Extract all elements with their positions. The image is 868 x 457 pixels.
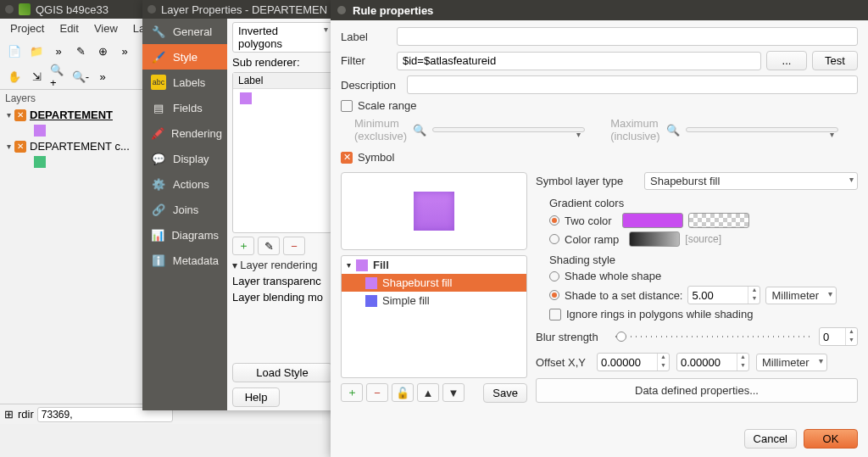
statusbar: ⊞ rdir (0, 404, 144, 424)
close-icon[interactable] (337, 6, 346, 14)
shade-distance-radio[interactable] (549, 290, 559, 300)
tab-label: Joins (173, 203, 198, 216)
remove-layer-button[interactable]: − (366, 383, 388, 402)
layer-visible-checkbox[interactable]: ✕ (14, 109, 26, 121)
ignore-rings-checkbox[interactable] (549, 309, 561, 320)
chevron-down-icon[interactable]: ▾ (347, 260, 351, 270)
add-feature-icon[interactable]: ⊕ (93, 42, 112, 60)
section-label: Layer rendering (240, 259, 317, 271)
description-label: Description (341, 79, 402, 92)
overflow-icon[interactable]: » (49, 42, 68, 60)
symbol-preview (341, 172, 527, 250)
offset-y-input[interactable] (677, 356, 737, 369)
symbol-fill-group[interactable]: ▾ Fill (342, 256, 526, 274)
blur-strength-label: Blur strength (536, 331, 609, 343)
color-ramp-label: Color ramp (565, 233, 619, 246)
offset-y-stepper[interactable]: ▲▼ (676, 353, 749, 371)
filter-expression-button[interactable]: ... (766, 51, 807, 70)
menu-project[interactable]: Project (3, 20, 51, 36)
symbol-layer-type-combo[interactable]: Shapeburst fill (644, 172, 858, 190)
label-input[interactable] (397, 27, 858, 46)
blur-strength-slider[interactable] (615, 332, 812, 341)
fill-label: Fill (373, 259, 389, 271)
scale-range-checkbox[interactable] (341, 100, 353, 112)
tab-display[interactable]: 💬Display (142, 146, 227, 171)
zoom-in-icon[interactable]: 🔍+ (49, 67, 68, 86)
color1-swatch[interactable] (622, 213, 683, 228)
tab-general[interactable]: 🔧General (142, 19, 227, 44)
menu-edit[interactable]: Edit (53, 20, 85, 36)
tab-labels[interactable]: abcLabels (142, 70, 227, 95)
layer-swatch-icon (365, 295, 377, 307)
renderer-combo[interactable]: Inverted polygons (232, 22, 332, 53)
move-down-button[interactable]: ▼ (442, 383, 465, 402)
speech-icon: 💬 (151, 151, 166, 166)
shade-whole-radio[interactable] (549, 271, 559, 281)
color2-swatch[interactable] (688, 213, 749, 228)
close-icon[interactable] (147, 5, 156, 14)
maximum-label: Maximum (inclusive) (610, 117, 660, 142)
tab-rendering[interactable]: 🖍️Rendering (142, 120, 227, 146)
pan-icon[interactable]: ✋ (5, 67, 24, 86)
offset-x-stepper[interactable]: ▲▼ (597, 353, 670, 371)
blur-strength-stepper[interactable]: ▲▼ (819, 327, 858, 346)
blur-strength-input[interactable] (820, 331, 845, 343)
brush-icon: 🖌️ (151, 49, 166, 64)
overflow2-icon[interactable]: » (115, 42, 134, 60)
tab-label: Diagrams (171, 229, 219, 242)
rule-row[interactable] (233, 89, 331, 108)
symbol-layer-row[interactable]: Shapeburst fill (342, 274, 526, 292)
help-button[interactable]: Help (232, 387, 280, 407)
close-icon[interactable] (5, 5, 14, 14)
edit-toggle-icon[interactable]: ✎ (71, 42, 90, 60)
tab-metadata[interactable]: ℹ️Metadata (142, 248, 227, 273)
lock-layer-button[interactable]: 🔓 (392, 383, 414, 402)
rule-properties-title: Rule properties (353, 4, 433, 17)
layer-rendering-section[interactable]: ▾ Layer rendering (232, 259, 332, 271)
rules-list[interactable]: Label (232, 72, 332, 233)
remove-rule-button[interactable]: − (283, 237, 305, 255)
symbol-checkbox[interactable]: ✕ (341, 152, 353, 164)
move-up-button[interactable]: ▲ (417, 383, 439, 402)
filter-test-button[interactable]: Test (812, 51, 858, 70)
tab-actions[interactable]: ⚙️Actions (142, 171, 227, 197)
zoom-out-icon[interactable]: 🔍- (71, 67, 90, 86)
layer-name: DEPARTEMENT c... (30, 140, 130, 153)
open-project-icon[interactable]: 📁 (27, 42, 46, 60)
description-input[interactable] (407, 75, 858, 94)
shade-distance-stepper[interactable]: ▲▼ (687, 286, 760, 304)
menu-view[interactable]: View (87, 20, 125, 36)
zoom-out-icon: 🔍 (410, 120, 429, 139)
shade-distance-input[interactable] (688, 289, 748, 302)
offset-unit-combo[interactable]: Millimeter (756, 354, 827, 371)
tab-style[interactable]: 🖌️Style (142, 44, 227, 70)
symbol-layers-tree[interactable]: ▾ Fill Shapeburst fill Simple fill (341, 255, 527, 378)
offset-x-input[interactable] (598, 356, 657, 369)
toggle-extents-icon[interactable]: ⊞ (3, 408, 14, 421)
cancel-button[interactable]: Cancel (744, 429, 797, 449)
tab-joins[interactable]: 🔗Joins (142, 197, 227, 222)
add-layer-button[interactable]: ＋ (341, 383, 363, 402)
ok-button[interactable]: OK (804, 429, 858, 449)
chevron-down-icon[interactable]: ▾ (7, 110, 11, 120)
layer-visible-checkbox[interactable]: ✕ (14, 141, 26, 153)
add-rule-button[interactable]: ＋ (232, 237, 254, 255)
filter-input[interactable] (397, 52, 761, 70)
load-style-button[interactable]: Load Style (232, 363, 332, 382)
data-defined-button[interactable]: Data defined properties... (536, 378, 858, 403)
chevron-down-icon[interactable]: ▾ (7, 142, 11, 151)
new-project-icon[interactable]: 📄 (5, 42, 24, 60)
overflow3-icon[interactable]: » (93, 67, 112, 86)
shade-unit-combo[interactable]: Millimeter (765, 287, 837, 304)
save-symbol-button[interactable]: Save (483, 383, 527, 403)
tab-diagrams[interactable]: 📊Diagrams (142, 222, 227, 248)
color-ramp-radio[interactable] (549, 234, 559, 244)
tab-label: Display (173, 153, 209, 165)
pan-to-selection-icon[interactable]: ⇲ (27, 67, 46, 86)
tab-fields[interactable]: ▤Fields (142, 95, 227, 120)
two-color-radio[interactable] (549, 215, 559, 226)
layer-properties-window: Layer Properties - DEPARTEMEN 🔧General 🖌… (142, 0, 337, 410)
edit-rule-button[interactable]: ✎ (258, 237, 280, 255)
symbol-layer-row[interactable]: Simple fill (342, 292, 526, 309)
two-color-label: Two color (565, 215, 612, 227)
